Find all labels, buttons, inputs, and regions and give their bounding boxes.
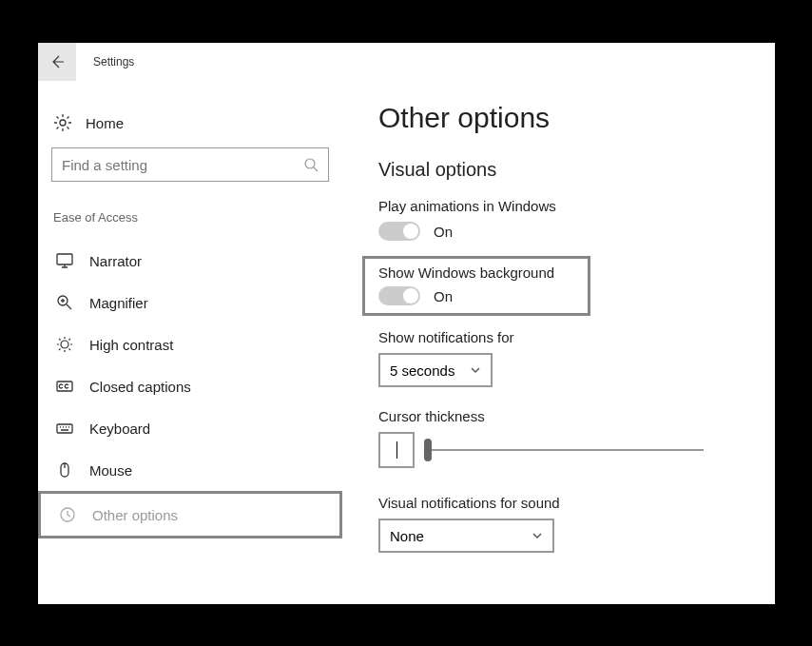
chevron-down-icon — [470, 364, 481, 376]
sidebar-item-label: Mouse — [89, 462, 132, 479]
captions-icon — [55, 377, 74, 396]
gear-icon — [53, 113, 72, 132]
contrast-icon — [55, 335, 74, 354]
sidebar-item-closed-captions[interactable]: Closed captions — [51, 365, 329, 407]
sidebar-item-label: Keyboard — [89, 421, 150, 437]
notifications-dropdown[interactable]: 5 seconds — [378, 353, 493, 387]
visual-notifications-value: None — [390, 528, 424, 544]
sidebar-item-label: Closed captions — [89, 379, 191, 395]
show-background-toggle[interactable] — [378, 286, 420, 305]
notifications-label: Show notifications for — [378, 329, 756, 345]
monitor-icon — [55, 251, 74, 270]
play-animations-state: On — [434, 224, 453, 240]
visual-notifications-dropdown[interactable]: None — [378, 519, 554, 553]
sidebar-selected-highlight: Other options — [38, 491, 342, 538]
sidebar-item-magnifier[interactable]: Magnifier — [51, 282, 329, 323]
page-title: Other options — [378, 102, 756, 134]
sidebar-item-narrator[interactable]: Narrator — [51, 240, 329, 282]
window-title: Settings — [93, 55, 134, 69]
cursor-thickness-label: Cursor thickness — [378, 408, 756, 424]
sidebar-item-mouse[interactable]: Mouse — [51, 449, 329, 491]
svg-rect-6 — [57, 424, 72, 433]
mouse-icon — [55, 460, 74, 480]
play-animations-row: On — [378, 222, 756, 241]
cursor-thickness-row — [378, 432, 756, 468]
cursor-preview-box — [378, 432, 415, 468]
content-area: Home Ease of Access Narrator — [38, 81, 775, 604]
svg-point-4 — [61, 341, 68, 348]
group-title: Visual options — [378, 159, 756, 181]
notifications-value: 5 seconds — [390, 362, 454, 379]
svg-point-0 — [60, 120, 66, 126]
svg-rect-2 — [57, 254, 72, 264]
keyboard-icon — [55, 419, 74, 438]
sidebar-section-label: Ease of Access — [51, 210, 329, 225]
main-panel: Other options Visual options Play animat… — [342, 81, 775, 604]
home-label: Home — [86, 115, 124, 131]
sidebar-item-other-options[interactable]: Other options — [54, 494, 326, 536]
show-background-label: Show Windows background — [378, 264, 574, 281]
cursor-preview — [396, 441, 397, 459]
sidebar-item-label: Narrator — [89, 253, 142, 269]
titlebar: Settings — [38, 43, 775, 81]
show-background-state: On — [434, 288, 453, 304]
search-box[interactable] — [51, 147, 329, 182]
svg-point-1 — [305, 159, 315, 168]
home-button[interactable]: Home — [51, 108, 329, 147]
sidebar: Home Ease of Access Narrator — [38, 81, 342, 604]
sidebar-item-label: Other options — [92, 507, 178, 523]
chevron-down-icon — [532, 530, 543, 541]
sidebar-item-label: High contrast — [89, 337, 173, 353]
sidebar-item-keyboard[interactable]: Keyboard — [51, 407, 329, 449]
other-options-icon — [58, 505, 77, 524]
show-background-highlight: Show Windows background On — [362, 256, 590, 316]
show-background-row: On — [378, 286, 574, 305]
play-animations-toggle[interactable] — [378, 222, 420, 241]
sidebar-item-label: Magnifier — [89, 295, 148, 311]
search-icon — [303, 157, 319, 172]
search-input[interactable] — [62, 157, 303, 173]
cursor-thickness-slider[interactable] — [428, 449, 704, 451]
play-animations-label: Play animations in Windows — [378, 198, 756, 214]
visual-notifications-label: Visual notifications for sound — [378, 495, 756, 511]
back-button[interactable] — [38, 43, 76, 81]
sidebar-item-high-contrast[interactable]: High contrast — [51, 323, 329, 365]
slider-thumb[interactable] — [424, 439, 432, 461]
back-arrow-icon — [49, 54, 65, 69]
magnifier-icon — [55, 293, 74, 312]
settings-window: Settings Home Ea — [38, 43, 775, 604]
